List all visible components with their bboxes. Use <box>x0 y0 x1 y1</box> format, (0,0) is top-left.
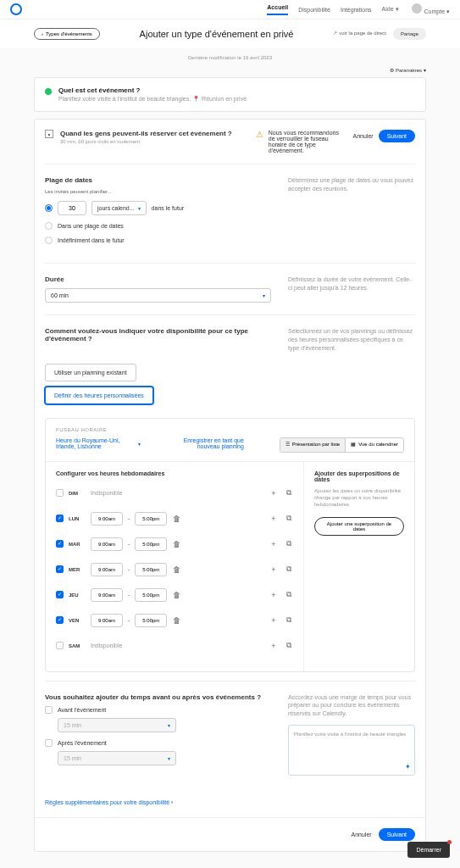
plus-icon[interactable]: + <box>269 540 278 548</box>
cancel-button[interactable]: Annuler <box>353 133 374 139</box>
save-as-schedule-link[interactable]: Enregistrer en tant que nouveau planning <box>176 437 244 449</box>
day-label: LUN <box>69 516 86 521</box>
plus-icon[interactable]: + <box>269 591 278 599</box>
before-label: Avant l'événement <box>58 707 106 713</box>
start-time-input[interactable] <box>91 563 123 576</box>
page-title: Ajouter un type d'événement en privé <box>100 29 333 39</box>
day-row-mer: MER-🗑+⧉ <box>56 561 293 578</box>
timezone-select[interactable]: Heure du Royaume-Uni, Irlande, Lisbonne <box>56 437 141 449</box>
before-duration-select[interactable]: 15 min <box>58 718 176 732</box>
set-custom-hours[interactable]: Définir des heures personnalisées <box>45 387 153 404</box>
copy-icon[interactable]: ⧉ <box>285 489 293 498</box>
note-box[interactable]: Planifiez votre visite à l'institut de b… <box>288 725 415 776</box>
settings-button[interactable]: ⚙ Paramètres ▾ <box>390 67 426 73</box>
add-overlay-button[interactable]: Ajouter une superposition de dates <box>314 517 404 536</box>
copy-icon[interactable]: ⧉ <box>285 616 293 625</box>
day-row-mar: MAR-🗑+⧉ <box>56 536 293 553</box>
day-checkbox[interactable] <box>56 515 64 522</box>
end-time-input[interactable] <box>135 588 167 602</box>
timezone-label: FUSEAU HORAIRE <box>56 427 404 432</box>
nav-help[interactable]: Aide ▾ <box>382 6 399 13</box>
trash-icon[interactable]: 🗑 <box>172 591 180 599</box>
day-checkbox[interactable] <box>56 616 64 624</box>
trash-icon[interactable]: 🗑 <box>172 616 180 625</box>
calendar-icon: ▦ <box>351 442 356 448</box>
pin-icon: 📍 <box>192 96 200 102</box>
duration-select[interactable]: 60 min <box>45 288 271 303</box>
overlays-heading: Ajouter des superpositions de dates <box>314 470 404 482</box>
day-checkbox[interactable] <box>56 591 64 598</box>
day-label: JEU <box>69 593 86 598</box>
list-icon: ☰ <box>285 442 290 448</box>
plus-icon[interactable]: + <box>269 642 278 650</box>
event-subtitle: Planifiez votre visite à l'institut de b… <box>58 96 247 103</box>
nav-home[interactable]: Accueil <box>267 4 288 15</box>
day-row-lun: LUN-🗑+⧉ <box>56 510 293 527</box>
days-input[interactable] <box>58 201 86 215</box>
copy-icon[interactable]: ⧉ <box>285 515 293 523</box>
logo[interactable] <box>10 3 22 15</box>
chat-button[interactable]: Démarrer <box>407 842 450 858</box>
end-time-input[interactable] <box>135 512 167 526</box>
end-time-input[interactable] <box>135 563 167 576</box>
list-view-button[interactable]: ☰Présentation par liste <box>280 438 345 451</box>
nav-integrations[interactable]: Intégrations <box>341 7 372 13</box>
day-checkbox[interactable] <box>56 489 64 497</box>
copy-icon[interactable]: ⧉ <box>285 540 293 548</box>
day-label: MER <box>69 567 86 572</box>
plus-icon[interactable]: + <box>269 515 278 523</box>
additional-rules-link[interactable]: Règles supplémentaires pour votre dispon… <box>45 787 415 817</box>
copy-icon[interactable]: ⧉ <box>285 565 293 574</box>
share-button[interactable]: Partage <box>393 28 426 40</box>
plus-icon[interactable]: + <box>269 616 278 625</box>
plus-icon[interactable]: + <box>269 489 278 498</box>
use-existing-schedule[interactable]: Utiliser un planning existant <box>45 364 136 381</box>
copy-icon[interactable]: ⧉ <box>285 591 293 599</box>
day-checkbox[interactable] <box>56 540 64 548</box>
start-time-input[interactable] <box>91 512 123 526</box>
start-time-input[interactable] <box>91 588 123 602</box>
view-page-link[interactable]: ↗voir la page de direct <box>333 31 386 36</box>
back-button[interactable]: ‹ Types d'événements <box>34 28 100 40</box>
availability-desc: Sélectionnez un de vos plannings ou défi… <box>288 327 415 352</box>
nav-availability[interactable]: Disponibilité <box>298 7 330 13</box>
event-color-dot <box>45 88 52 95</box>
start-time-input[interactable] <box>91 614 123 627</box>
weekly-hours-heading: Configurer vos heures hebdomadaires <box>56 470 293 476</box>
radio-indefinite[interactable] <box>45 236 53 244</box>
day-checkbox[interactable] <box>56 565 64 573</box>
buffer-heading: Vous souhaitez ajouter du temps avant ou… <box>45 693 271 701</box>
date-range-hint: Les invités peuvent planifier... <box>45 189 271 194</box>
duration-desc: Définissez la durée de votre événement. … <box>288 275 415 303</box>
next-button[interactable]: Suivant <box>379 130 415 142</box>
event-summary-row[interactable]: Quel est cet événement ? Planifiez votre… <box>35 78 425 111</box>
trash-icon[interactable]: 🗑 <box>172 515 180 523</box>
plus-icon[interactable]: + <box>269 565 278 574</box>
collapse-icon[interactable]: • <box>45 130 53 138</box>
days-unit-select[interactable]: jours calend... <box>91 201 147 215</box>
date-range-desc: Déterminez une plage de dates où vous po… <box>288 176 415 251</box>
after-checkbox[interactable] <box>45 739 53 747</box>
day-checkbox[interactable] <box>56 642 64 649</box>
start-time-input[interactable] <box>91 537 123 551</box>
day-row-sam: SAMIndisponible+⧉ <box>56 637 293 654</box>
nav-account[interactable]: Compte ▾ <box>409 3 450 15</box>
end-time-input[interactable] <box>135 537 167 551</box>
after-label: Après l'événement <box>58 740 107 746</box>
footer-cancel-button[interactable]: Annuler <box>352 832 372 837</box>
trash-icon[interactable]: 🗑 <box>172 565 180 574</box>
radio-rolling-days[interactable] <box>45 204 53 212</box>
trash-icon[interactable]: 🗑 <box>172 540 180 548</box>
radio-date-range-label: Dans une plage de dates <box>58 223 124 229</box>
footer-next-button[interactable]: Suivant <box>379 828 415 841</box>
before-checkbox[interactable] <box>45 706 53 714</box>
future-label: dans le futur <box>152 205 185 211</box>
availability-heading: Comment voulez-vous indiquer votre dispo… <box>45 327 271 342</box>
end-time-input[interactable] <box>135 614 167 627</box>
copy-icon[interactable]: ⧉ <box>285 642 293 650</box>
after-duration-select[interactable]: 15 min <box>58 751 176 765</box>
avatar <box>412 3 422 14</box>
calendar-view-button[interactable]: ▦Vue du calendrier <box>345 438 403 451</box>
unavailable-label: Indisponible <box>91 490 264 496</box>
radio-date-range[interactable] <box>45 222 53 230</box>
